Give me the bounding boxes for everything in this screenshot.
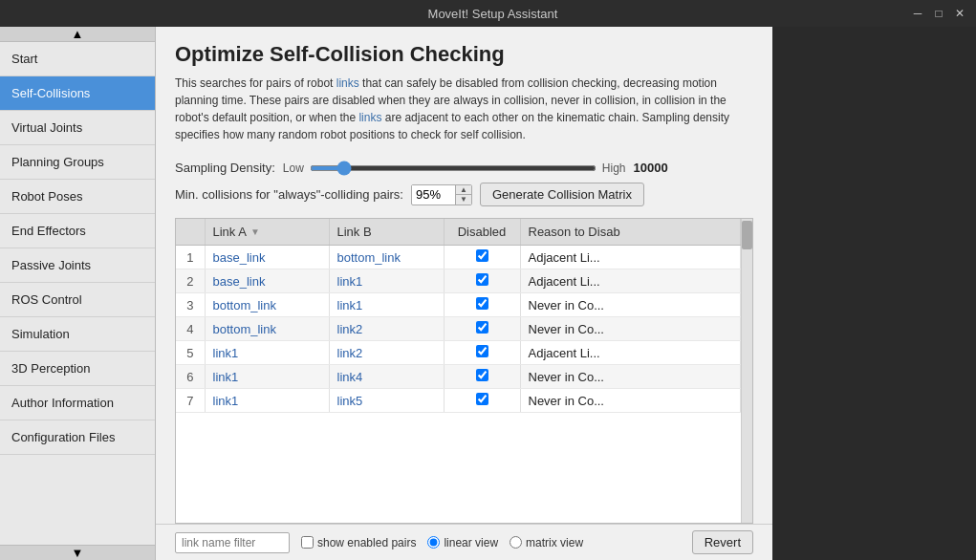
col-header-link-b: Link B — [329, 219, 444, 246]
table-row[interactable]: 5link1link2Adjacent Li... — [176, 341, 741, 365]
scroll-up-arrow: ▲ — [72, 27, 84, 41]
spinbox-arrows: ▲ ▼ — [455, 185, 471, 205]
sidebar-item-robot-poses[interactable]: Robot Poses — [0, 180, 155, 214]
cell-link-a: bottom_link — [205, 293, 329, 317]
sidebar-scroll-down[interactable]: ▼ — [0, 545, 155, 560]
cell-disabled[interactable] — [444, 269, 520, 293]
page-title: Optimize Self-Collision Checking — [175, 42, 753, 67]
sidebar-item-3d-perception[interactable]: 3D Perception — [0, 352, 155, 386]
cell-reason: Adjacent Li... — [520, 269, 741, 293]
cell-link-a: bottom_link — [205, 317, 329, 341]
matrix-view-radio[interactable] — [510, 536, 522, 549]
cell-disabled[interactable] — [444, 317, 520, 341]
cell-reason: Adjacent Li... — [520, 341, 741, 365]
cell-disabled[interactable] — [444, 365, 520, 389]
sidebar-item-start[interactable]: Start — [0, 42, 155, 76]
main-content: Optimize Self-Collision Checking This se… — [156, 27, 772, 560]
disabled-checkbox[interactable] — [476, 297, 488, 310]
view-radio-group: linear view matrix view — [427, 536, 583, 549]
cell-link-a: link1 — [205, 341, 329, 365]
cell-disabled[interactable] — [444, 341, 520, 365]
window-title: MoveIt! Setup Assistant — [76, 7, 909, 21]
cell-link-a: link1 — [205, 365, 329, 389]
cell-num: 6 — [176, 365, 205, 389]
sampling-label: Sampling Density: — [175, 161, 275, 175]
sidebar-item-configuration-files[interactable]: Configuration Files — [0, 420, 155, 455]
table-with-scrollbar: Link A ▼ Link B Disabled — [176, 219, 752, 523]
col-header-reason: Reason to Disab — [520, 219, 741, 246]
cell-disabled[interactable] — [444, 389, 520, 413]
links-link2[interactable]: links — [358, 111, 381, 124]
disabled-checkbox[interactable] — [476, 345, 488, 357]
scroll-down-arrow: ▼ — [72, 546, 84, 560]
disabled-checkbox[interactable] — [476, 249, 488, 262]
disabled-checkbox[interactable] — [476, 321, 488, 334]
sidebar-item-author-information[interactable]: Author Information — [0, 386, 155, 420]
table-row[interactable]: 2base_linklink1Adjacent Li... — [176, 269, 741, 293]
linear-view-label[interactable]: linear view — [427, 536, 498, 549]
disabled-checkbox[interactable] — [476, 273, 488, 286]
minimize-button[interactable]: ─ — [909, 5, 926, 22]
disabled-checkbox[interactable] — [476, 393, 488, 405]
links-link[interactable]: links — [336, 76, 359, 90]
min-collisions-input[interactable]: 95% — [412, 185, 455, 204]
disabled-checkbox[interactable] — [476, 369, 488, 381]
table-row[interactable]: 7link1link5Never in Co... — [176, 389, 741, 413]
spinbox-up-arrow[interactable]: ▲ — [456, 185, 471, 195]
cell-disabled[interactable] — [444, 293, 520, 317]
generate-collision-matrix-button[interactable]: Generate Collision Matrix — [480, 183, 644, 206]
page-description: This searches for pairs of robot links t… — [175, 75, 753, 143]
table-scrollbar[interactable] — [741, 219, 752, 523]
scroll-thumb[interactable] — [742, 221, 752, 249]
cell-link-b: link4 — [329, 365, 444, 389]
table-row[interactable]: 4bottom_linklink2Never in Co... — [176, 317, 741, 341]
show-enabled-pairs-label[interactable]: show enabled pairs — [301, 536, 416, 549]
cell-num: 1 — [176, 246, 205, 269]
sidebar-item-simulation[interactable]: Simulation — [0, 317, 155, 352]
cell-disabled[interactable] — [444, 246, 520, 269]
sampling-row: Sampling Density: Low High 10000 — [175, 161, 753, 175]
table-row[interactable]: 6link1link4Never in Co... — [176, 365, 741, 389]
page-header: Optimize Self-Collision Checking This se… — [156, 27, 772, 153]
matrix-view-label[interactable]: matrix view — [510, 536, 583, 549]
col-header-num — [176, 219, 205, 246]
cell-link-b: link1 — [329, 269, 444, 293]
slider-container: Low High — [283, 162, 626, 175]
link-name-filter-input[interactable] — [175, 532, 290, 553]
cell-link-b: link2 — [329, 341, 444, 365]
table-row[interactable]: 1base_linkbottom_linkAdjacent Li... — [176, 246, 741, 269]
slider-low-label: Low — [283, 162, 304, 175]
maximize-button[interactable]: □ — [930, 5, 947, 22]
cell-link-a: base_link — [205, 246, 329, 269]
sidebar-item-ros-control[interactable]: ROS Control — [0, 283, 155, 317]
sidebar-item-virtual-joints[interactable]: Virtual Joints — [0, 111, 155, 145]
close-button[interactable]: ✕ — [951, 5, 968, 22]
cell-num: 3 — [176, 293, 205, 317]
cell-reason: Never in Co... — [520, 317, 741, 341]
collision-table-section: Link A ▼ Link B Disabled — [175, 218, 753, 524]
slider-high-label: High — [602, 162, 626, 175]
sidebar-item-passive-joints[interactable]: Passive Joints — [0, 248, 155, 283]
sidebar-items: StartSelf-CollisionsVirtual JointsPlanni… — [0, 42, 155, 545]
cell-reason: Never in Co... — [520, 293, 741, 317]
min-collisions-spinbox: 95% ▲ ▼ — [411, 184, 472, 205]
sidebar: ▲ StartSelf-CollisionsVirtual JointsPlan… — [0, 27, 156, 560]
sidebar-scroll-up[interactable]: ▲ — [0, 27, 155, 42]
cell-link-b: bottom_link — [329, 246, 444, 269]
sampling-slider[interactable] — [310, 165, 596, 171]
revert-button[interactable]: Revert — [692, 530, 753, 554]
sidebar-item-end-effectors[interactable]: End Effectors — [0, 214, 155, 248]
linear-view-radio[interactable] — [427, 536, 440, 549]
cell-num: 7 — [176, 389, 205, 413]
cell-link-b: link2 — [329, 317, 444, 341]
spinbox-down-arrow[interactable]: ▼ — [456, 195, 471, 205]
cell-link-b: link5 — [329, 389, 444, 413]
show-enabled-pairs-checkbox[interactable] — [301, 536, 314, 549]
controls-section: Sampling Density: Low High 10000 Min. co… — [156, 153, 772, 214]
cell-num: 5 — [176, 341, 205, 365]
min-collisions-row: Min. collisions for "always"-colliding p… — [175, 183, 753, 206]
sidebar-item-planning-groups[interactable]: Planning Groups — [0, 145, 155, 180]
sidebar-item-self-collisions[interactable]: Self-Collisions — [0, 76, 155, 111]
col-header-link-a[interactable]: Link A ▼ — [205, 219, 329, 246]
table-row[interactable]: 3bottom_linklink1Never in Co... — [176, 293, 741, 317]
